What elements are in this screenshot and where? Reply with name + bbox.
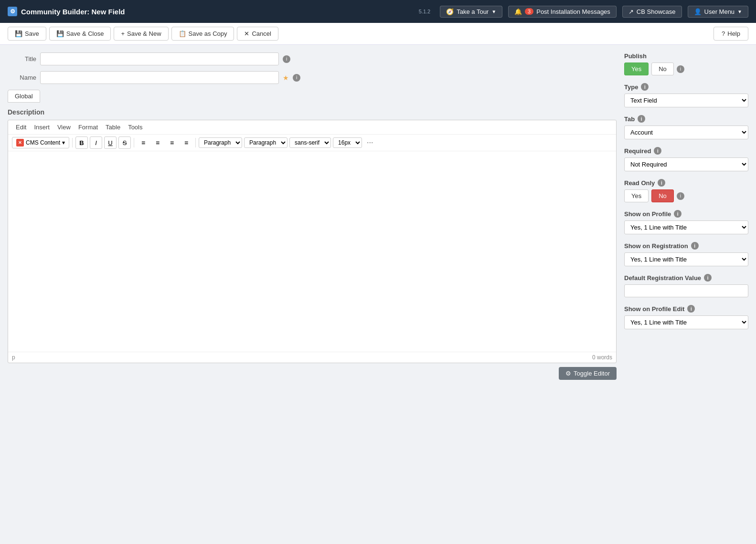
font-family-select[interactable]: sans-serif [289,137,331,148]
cancel-icon: ✕ [244,30,249,37]
required-select-row: Not Required Required [624,157,748,171]
save-copy-button[interactable]: 📋 Save as Copy [171,27,234,41]
read-only-info-icon[interactable]: i [658,179,665,187]
title-row: Title i [8,52,617,65]
align-left-button[interactable]: ≡ [137,136,149,149]
user-menu-button[interactable]: 👤 User Menu ▼ [688,6,748,18]
show-on-profile-edit-group: Show on Profile Edit i Yes, 1 Line with … [624,305,748,329]
help-button[interactable]: ? Help [713,27,748,41]
favorite-star-icon[interactable]: ★ [283,74,289,82]
description-header: Description [8,108,617,116]
align-center-button[interactable]: ≡ [151,136,164,149]
bold-button[interactable]: B [75,136,88,149]
tab-info-icon[interactable]: i [638,115,645,123]
align-justify-button[interactable]: ≡ [180,136,192,149]
strikethrough-button[interactable]: S [118,136,131,149]
tab-select-row: Account Personal Contact Other [624,126,748,139]
read-only-info-icon-2[interactable]: i [677,192,684,200]
cms-content-button[interactable]: ✕ CMS Content ▾ [12,137,69,148]
cms-content-label: CMS Content [26,139,60,146]
show-on-profile-edit-select[interactable]: Yes, 1 Line with Title Yes, 2 Lines with… [624,315,748,329]
toggle-editor-area: ⚙ Toggle Editor [8,367,617,380]
cb-showcase-button[interactable]: ↗ CB Showcase [622,6,682,18]
show-on-profile-select[interactable]: Yes, 1 Line with Title Yes, 2 Lines with… [624,220,748,234]
required-select[interactable]: Not Required Required [624,157,748,171]
required-info-icon[interactable]: i [654,147,661,155]
read-only-group: Read Only i Yes No i [624,179,748,202]
required-group: Required i Not Required Required [624,147,748,171]
tour-icon: 🧭 [446,8,454,15]
editor-menu-insert[interactable]: Insert [30,122,53,132]
cancel-button[interactable]: ✕ Cancel [237,27,278,41]
bell-icon: 🔔 [514,8,522,15]
save-new-button[interactable]: + Save & New [114,27,168,41]
editor-menu-table[interactable]: Table [102,122,124,132]
publish-yes-button[interactable]: Yes [624,63,649,75]
separator-1 [72,138,73,147]
save-new-icon: + [121,30,125,37]
editor-menu-view[interactable]: View [53,122,75,132]
default-reg-value-label: Default Registration Value i [624,274,748,282]
editor-menu-tools[interactable]: Tools [124,122,146,132]
help-label: Help [727,30,740,37]
separator-2 [134,138,134,147]
brand-icon: ⚙ [8,7,17,16]
style-select[interactable]: Paragraph [244,137,287,148]
align-right-button[interactable]: ≡ [166,136,178,149]
editor-menu-edit[interactable]: Edit [12,122,30,132]
type-info-icon[interactable]: i [641,83,649,91]
show-on-profile-edit-info-icon[interactable]: i [687,305,695,313]
more-toolbar-button[interactable]: ··· [364,137,376,148]
font-size-select[interactable]: 16px [333,137,362,148]
publish-info-icon[interactable]: i [677,65,684,73]
brand: ⚙ Community Builder: New Field [8,7,413,16]
show-on-profile-label: Show on Profile i [624,210,748,218]
underline-button[interactable]: U [104,136,117,149]
default-reg-value-info-icon[interactable]: i [704,274,712,282]
editor-toolbar: ✕ CMS Content ▾ B I U S ≡ ≡ ≡ ≡ Paragrap… [8,135,616,151]
notifications-button[interactable]: 🔔 3 Post Installation Messages [508,6,617,18]
user-icon: 👤 [694,8,702,15]
external-link-icon: ↗ [628,8,634,15]
read-only-yes-button[interactable]: Yes [624,189,649,202]
format-select[interactable]: Paragraph [199,137,242,148]
show-on-profile-info-icon[interactable]: i [674,210,681,218]
type-label: Type i [624,83,748,91]
version-label: 5.1.2 [419,9,430,14]
default-reg-value-input[interactable] [624,284,748,297]
show-on-registration-select-row: Yes, 1 Line with Title Yes, 2 Lines with… [624,252,748,266]
take-a-tour-button[interactable]: 🧭 Take a Tour ▼ [440,6,502,18]
type-select-row: Text Field Text Area Select Radio Checkb… [624,94,748,107]
read-only-no-button[interactable]: No [651,189,674,202]
title-info-icon[interactable]: i [283,55,290,63]
italic-button[interactable]: I [90,136,102,149]
publish-group: Publish Yes No i [624,52,748,75]
main-content: Title i Name ★ i Global Description Edit… [0,45,756,387]
publish-no-button[interactable]: No [651,63,674,75]
editor-body[interactable] [8,151,616,352]
show-on-registration-info-icon[interactable]: i [691,242,699,250]
tab-select[interactable]: Account Personal Contact Other [624,126,748,139]
read-only-yes-label: Yes [631,192,641,199]
show-on-profile-select-row: Yes, 1 Line with Title Yes, 2 Lines with… [624,220,748,234]
cms-content-chevron-icon: ▾ [62,139,65,146]
type-select[interactable]: Text Field Text Area Select Radio Checkb… [624,94,748,107]
title-input[interactable] [40,52,279,65]
left-panel: Title i Name ★ i Global Description Edit… [8,52,617,380]
save-close-label: Save & Close [66,30,104,37]
save-close-button[interactable]: 💾 Save & Close [49,27,111,41]
tab-group: Tab i Account Personal Contact Other [624,115,748,139]
read-only-label: Read Only i [624,179,748,187]
name-label: Name [8,74,36,81]
global-tab-button[interactable]: Global [8,90,40,103]
name-input[interactable] [40,71,279,84]
save-button[interactable]: 💾 Save [8,27,46,41]
toggle-editor-button[interactable]: ⚙ Toggle Editor [559,367,617,380]
name-info-icon[interactable]: i [293,74,300,82]
show-on-registration-select[interactable]: Yes, 1 Line with Title Yes, 2 Lines with… [624,252,748,266]
showcase-label: CB Showcase [637,8,676,15]
user-menu-chevron-icon: ▼ [737,9,742,14]
tab-label: Tab i [624,115,748,123]
cancel-label: Cancel [252,30,271,37]
editor-menu-format[interactable]: Format [75,122,102,132]
